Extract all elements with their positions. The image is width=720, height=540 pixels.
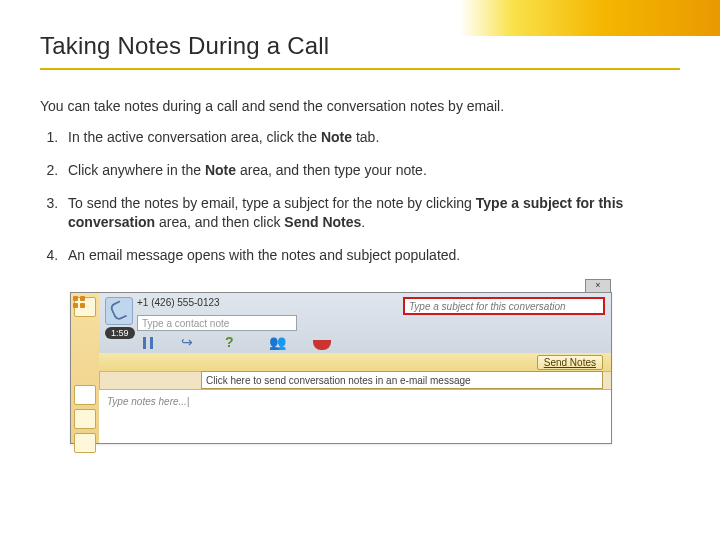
page-title: Taking Notes During a Call	[40, 32, 680, 60]
call-number: +1 (426) 555-0123	[137, 297, 220, 308]
phone-icon	[105, 297, 133, 325]
help-icon[interactable]: ?	[225, 336, 241, 350]
hangup-icon[interactable]	[313, 340, 331, 350]
app-screenshot: × +1 (426) 555-0123 1:59 Type a contact …	[70, 292, 612, 444]
tab-video-icon[interactable]	[74, 409, 96, 429]
send-hint: Click here to send conversation notes in…	[201, 371, 603, 389]
send-notes-button[interactable]: Send Notes	[537, 355, 603, 370]
call-toolbar: ↪ ? 👥	[137, 333, 611, 353]
step-4: An email message opens with the notes an…	[62, 246, 680, 265]
brand-banner	[460, 0, 720, 36]
contact-note-input[interactable]: Type a contact note	[137, 315, 297, 331]
close-button[interactable]: ×	[585, 279, 611, 293]
forward-icon[interactable]: ↪	[181, 336, 197, 350]
call-timer: 1:59	[105, 327, 135, 339]
tab-note-icon[interactable]	[74, 385, 96, 405]
step-3: To send the notes by email, type a subje…	[62, 194, 680, 232]
send-bar: Send Notes	[99, 353, 611, 372]
slide-content: Taking Notes During a Call You can take …	[40, 32, 680, 278]
tab-contacts-icon[interactable]	[74, 433, 96, 453]
intro-text: You can take notes during a call and sen…	[40, 98, 680, 114]
pause-icon[interactable]	[143, 337, 153, 349]
step-1: In the active conversation area, click t…	[62, 128, 680, 147]
subject-input[interactable]: Type a subject for this conversation	[403, 297, 605, 315]
notes-area[interactable]: Type notes here...|	[99, 389, 611, 443]
sidebar-logo	[74, 297, 96, 317]
notes-placeholder: Type notes here...|	[107, 396, 189, 407]
step-2: Click anywhere in the Note area, and the…	[62, 161, 680, 180]
call-header: +1 (426) 555-0123 1:59 Type a contact no…	[99, 293, 611, 354]
add-participant-icon[interactable]: 👥	[269, 336, 285, 350]
sidebar	[71, 293, 100, 443]
steps-list: In the active conversation area, click t…	[40, 128, 680, 264]
title-rule	[40, 68, 680, 70]
